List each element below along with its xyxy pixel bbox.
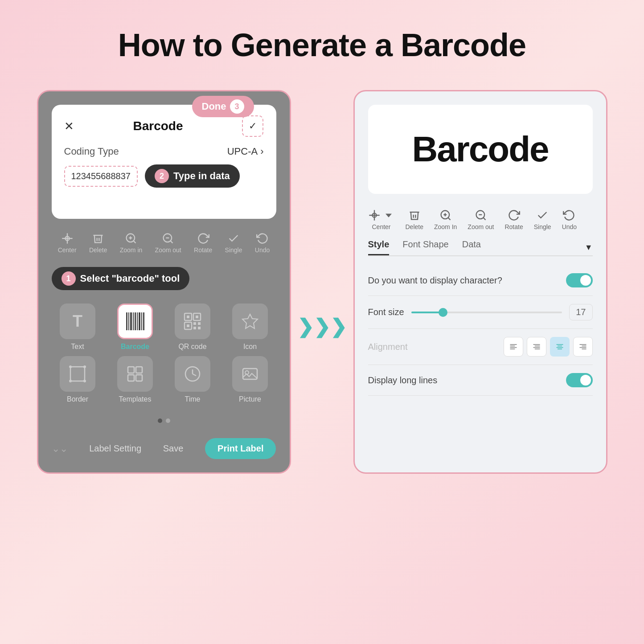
tab-style[interactable]: Style [368, 239, 390, 255]
step1-num: 1 [62, 271, 76, 286]
display-long-lines-toggle[interactable] [566, 373, 593, 387]
right-single[interactable]: Single [534, 209, 551, 230]
check-icon: ✓ [249, 120, 257, 132]
svg-rect-27 [136, 367, 142, 373]
toolbar-delete[interactable]: Delete [89, 232, 107, 254]
svg-line-44 [483, 217, 485, 220]
display-character-label: Do you want to display character? [368, 275, 502, 286]
barcode-preview: Barcode [368, 105, 593, 194]
tool-border[interactable]: Border [52, 356, 104, 403]
tool-text-label: Text [71, 343, 84, 351]
coding-type-value[interactable]: UPC-A › [227, 146, 264, 157]
align-center-btn[interactable] [550, 337, 570, 357]
type-data-badge: 2 Type in data [145, 164, 240, 188]
right-single-label: Single [534, 223, 551, 230]
tool-barcode[interactable]: Barcode [109, 304, 161, 351]
dialog-card: ✕ Barcode ✓ Coding Type UPC-A › 12345568… [52, 105, 276, 219]
label-setting-btn[interactable]: Label Setting [89, 443, 141, 454]
select-barcode-label: Select "barcode" tool [80, 273, 180, 284]
svg-rect-17 [198, 322, 201, 325]
right-rotate[interactable]: Rotate [505, 209, 523, 230]
font-size-slider[interactable] [411, 312, 562, 313]
svg-line-4 [133, 241, 135, 243]
tool-grid: T Text [52, 299, 276, 408]
type-data-label: Type in data [173, 170, 230, 182]
svg-rect-13 [196, 316, 198, 318]
align-center-left-btn[interactable] [527, 337, 546, 357]
tool-templates[interactable]: Templates [109, 356, 161, 403]
align-left-btn[interactable] [504, 337, 523, 357]
align-right-btn[interactable] [573, 337, 593, 357]
toolbar-center[interactable]: Center [58, 232, 77, 254]
svg-point-24 [69, 380, 72, 382]
chevron-down-icon[interactable]: ⌄⌄ [52, 443, 68, 455]
svg-rect-26 [128, 367, 134, 373]
dot-2 [166, 418, 170, 423]
tool-text[interactable]: T Text [52, 304, 104, 351]
bottom-bar: ⌄⌄ Label Setting Save Print Label [52, 434, 276, 464]
tool-icon-label: Icon [243, 343, 257, 351]
toolbar-zoom-in[interactable]: Zoom in [120, 232, 143, 254]
display-character-row: Do you want to display character? [368, 265, 593, 296]
right-zoom-in[interactable]: Zoom In [434, 209, 457, 230]
right-zoom-in-label: Zoom In [434, 223, 457, 230]
svg-point-25 [83, 380, 86, 382]
close-icon[interactable]: ✕ [64, 119, 74, 133]
alignment-label: Alignment [368, 342, 408, 352]
display-long-lines-label: Display long lines [368, 375, 438, 386]
svg-rect-11 [187, 316, 189, 318]
tool-qr[interactable]: QR code [167, 304, 219, 351]
svg-rect-28 [128, 375, 134, 381]
tool-qr-label: QR code [178, 343, 206, 351]
svg-line-32 [193, 374, 196, 376]
toolbar-undo[interactable]: Undo [255, 232, 270, 254]
tab-data[interactable]: Data [462, 239, 481, 255]
font-size-value: 17 [569, 304, 592, 320]
tool-icon[interactable]: Icon [224, 304, 276, 351]
font-size-row: Font size 17 [368, 296, 593, 329]
save-btn[interactable]: Save [163, 443, 184, 454]
svg-rect-33 [243, 369, 257, 379]
svg-rect-19 [198, 327, 201, 329]
svg-rect-18 [193, 327, 196, 329]
svg-line-8 [171, 241, 173, 243]
tool-time[interactable]: Time [167, 356, 219, 403]
tab-dropdown[interactable]: ▼ [585, 243, 593, 252]
alignment-row: Alignment [368, 329, 593, 365]
print-label-btn[interactable]: Print Label [205, 438, 276, 459]
tabs-row: Style Font Shape Data ▼ [368, 239, 593, 256]
barcode-input[interactable]: 123455688837 [64, 166, 138, 187]
right-zoom-out-label: Zoom out [468, 223, 494, 230]
tab-font-shape[interactable]: Font Shape [402, 239, 448, 255]
toolbar-rotate[interactable]: Rotate [194, 232, 212, 254]
right-zoom-out[interactable]: Zoom out [468, 209, 494, 230]
svg-rect-16 [193, 322, 196, 325]
right-delete-label: Delete [406, 223, 423, 230]
toolbar: Center Delete Zoom in Zoo [52, 228, 276, 258]
right-panel: Barcode Center Delete [353, 90, 607, 474]
svg-point-22 [69, 365, 72, 368]
svg-marker-20 [242, 314, 258, 328]
right-center-label: Center [372, 223, 390, 230]
dialog-title: Barcode [133, 119, 183, 133]
undo-label: Undo [255, 246, 270, 254]
data-input-row: 123455688837 2 Type in data [64, 164, 264, 188]
step2-num: 2 [155, 169, 169, 183]
step3-circle: 3 [230, 99, 244, 114]
display-character-toggle[interactable] [566, 273, 593, 287]
right-undo[interactable]: Undo [562, 209, 577, 230]
toolbar-single[interactable]: Single [225, 232, 242, 254]
single-label: Single [225, 246, 242, 254]
check-icon-box[interactable]: ✓ [242, 115, 263, 137]
toolbar-zoom-out[interactable]: Zoom out [155, 232, 181, 254]
svg-rect-21 [70, 367, 85, 381]
right-center[interactable]: Center [368, 209, 395, 230]
tool-picture[interactable]: Picture [224, 356, 276, 403]
done-badge: Done 3 [192, 96, 254, 117]
tool-border-label: Border [67, 395, 88, 403]
right-delete[interactable]: Delete [406, 209, 423, 230]
right-toolbar: Center Delete Zoom In Zoo [368, 205, 593, 235]
coding-type-row: Coding Type UPC-A › [64, 146, 264, 157]
tool-templates-label: Templates [119, 395, 152, 403]
display-long-lines-row: Display long lines [368, 365, 593, 396]
